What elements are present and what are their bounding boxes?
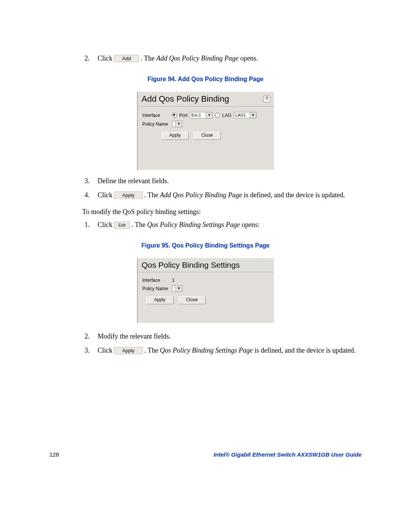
step-text-click: Click	[98, 347, 113, 354]
interface-row: Interface Port Ext.1 ▼ LAG LAG1 ▼	[142, 112, 269, 118]
apply-button[interactable]: Apply	[114, 347, 143, 354]
chevron-down-icon: ▼	[206, 112, 213, 118]
policy-name-label: Policy Name	[142, 286, 170, 291]
policy-name-label: Policy Name	[142, 121, 170, 127]
dialog-header: Add Qos Policy Binding ?	[138, 92, 274, 107]
figure-95-caption: Figure 95. Qos Policy Binding Settings P…	[49, 242, 362, 249]
settings-qos-dialog: Qos Policy Binding Settings Interface 1 …	[137, 258, 274, 323]
step-text: . The	[131, 221, 147, 228]
step-text-click: Click	[98, 221, 113, 228]
page-name: Qos Policy Binding Settings Page	[160, 347, 253, 354]
page-number: 128	[49, 451, 59, 458]
interface-row: Interface 1	[142, 278, 269, 283]
apply-button[interactable]: Apply	[114, 192, 143, 199]
policy-dropdown[interactable]: ▼	[172, 285, 182, 292]
lag-label: LAG	[222, 113, 231, 118]
step-number: 3.	[84, 176, 96, 186]
step-text: . The	[144, 191, 160, 199]
step-4-apply: 4. Click Apply . The Add Qos Policy Bind…	[84, 190, 362, 200]
interface-label: Interface	[142, 113, 170, 118]
chevron-down-icon: ▼	[175, 121, 182, 127]
step-text: Modify the relevant fields.	[98, 332, 171, 340]
step-b2: 2. Modify the relevant fields.	[84, 331, 362, 342]
step-number: 4.	[84, 190, 96, 200]
step-3: 3. Define the relevant fields.	[84, 176, 362, 186]
page-footer: 128 Intel® Gigabit Ethernet Switch AXXSW…	[49, 451, 362, 458]
close-button[interactable]: Close	[193, 132, 221, 140]
step-text: opens.	[239, 54, 258, 62]
step-text: opens:	[240, 221, 260, 228]
page-name: Add Qos Policy Binding Page	[156, 54, 239, 62]
lag-value: LAG1	[234, 112, 250, 118]
dialog-title: Add Qos Policy Binding	[142, 94, 229, 104]
step-number: 3.	[84, 345, 96, 356]
figure-94-caption: Figure 94. Add Qos Policy Binding Page	[49, 76, 362, 83]
add-qos-dialog: Add Qos Policy Binding ? Interface Port …	[137, 92, 274, 170]
step-text: . The	[141, 54, 156, 62]
edit-button[interactable]: Edit	[114, 222, 130, 229]
dialog-title: Qos Policy Binding Settings	[142, 260, 240, 270]
policy-value	[172, 121, 175, 127]
step-text: . The	[144, 347, 160, 354]
chevron-down-icon: ▼	[175, 285, 182, 292]
page-name: Add Qos Policy Binding Page	[160, 191, 242, 199]
step-b3-apply: 3. Click Apply . The Qos Policy Binding …	[84, 345, 362, 356]
port-radio[interactable]	[172, 113, 177, 118]
step-number: 1.	[84, 220, 96, 230]
interface-value: 1	[172, 278, 175, 283]
close-button[interactable]: Close	[178, 296, 206, 304]
lag-dropdown[interactable]: LAG1 ▼	[234, 112, 256, 118]
policy-row: Policy Name ▼	[142, 121, 269, 127]
interface-label: Interface	[142, 278, 170, 283]
chevron-down-icon: ▼	[250, 112, 256, 118]
dialog-header: Qos Policy Binding Settings	[138, 258, 274, 272]
port-value: Ext.1	[190, 112, 206, 118]
policy-value	[172, 285, 175, 292]
step-number: 2.	[84, 53, 96, 64]
port-label: Port	[179, 113, 188, 118]
apply-button[interactable]: Apply	[161, 132, 189, 140]
help-icon[interactable]: ?	[263, 96, 270, 102]
policy-dropdown[interactable]: ▼	[172, 121, 182, 127]
step-2-add: 2. Click Add . The Add Qos Policy Bindin…	[84, 53, 362, 64]
modify-intro: To modify the QoS policy binding setting…	[82, 208, 362, 216]
add-button[interactable]: Add	[114, 55, 139, 62]
lag-radio[interactable]	[215, 113, 220, 118]
apply-button[interactable]: Apply	[146, 296, 174, 304]
step-text: Define the relevant fields.	[98, 177, 169, 185]
step-text: is defined, and the device is updated.	[242, 191, 345, 199]
step-text-click: Click	[98, 191, 113, 199]
page-name: Qos Policy Binding Settings Page	[147, 221, 240, 228]
step-number: 2.	[84, 331, 96, 342]
step-text-click: Click	[98, 54, 113, 62]
guide-title: Intel® Gigabit Ethernet Switch AXXSW1GB …	[213, 451, 362, 458]
step-text: is defined, and the device is updated.	[253, 347, 355, 354]
policy-row: Policy Name ▼	[142, 285, 269, 292]
port-dropdown[interactable]: Ext.1 ▼	[190, 112, 213, 118]
step-b1-edit: 1. Click Edit . The Qos Policy Binding S…	[84, 220, 362, 230]
